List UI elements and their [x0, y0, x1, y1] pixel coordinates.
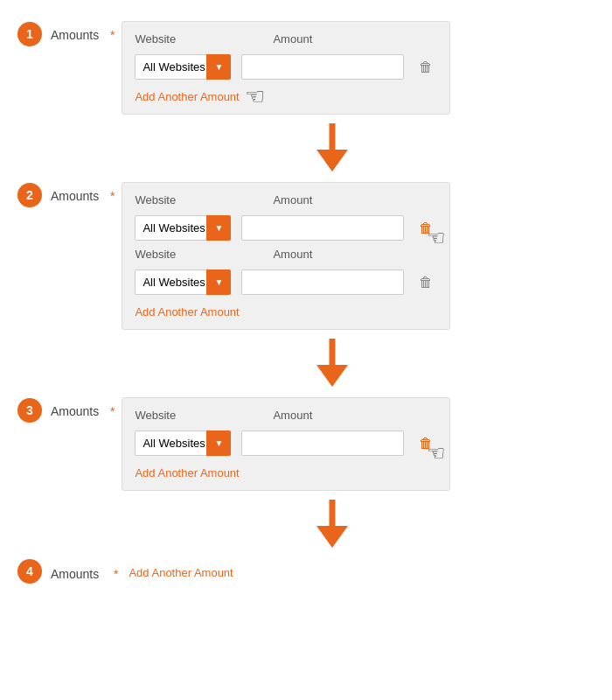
col-website-label-1: Website [135, 32, 262, 46]
row-header-3: Website Amount [135, 409, 437, 425]
step-badge-2: 2 [17, 183, 42, 207]
add-another-link-4[interactable]: Add Another Amount [129, 566, 233, 579]
arrow-2-3 [17, 339, 595, 387]
website-select-2-0[interactable]: All Websites [135, 215, 231, 241]
amount-row-3-0: All Websites 🗑 ☜ [135, 430, 437, 456]
website-select-wrap-1-0: All Websites [135, 54, 231, 80]
amounts-label-3: Amounts [51, 404, 103, 418]
col-amount-label-2b: Amount [273, 248, 400, 261]
col-website-label-3: Website [135, 409, 262, 422]
step-badge-1: 1 [17, 22, 42, 46]
step-1-label-row: Amounts * Website Amount All Websites [51, 21, 450, 115]
required-star-1: * [110, 28, 115, 42]
col-website-label-2b: Website [135, 248, 262, 261]
trash-icon-2-1: 🗑 [419, 275, 433, 290]
cursor-icon-1: ☜ [245, 83, 265, 110]
step-4-inline: Amounts * Add Another Amount [51, 560, 233, 581]
amount-input-1-0[interactable] [241, 54, 404, 80]
website-select-wrap-2-0: All Websites [135, 215, 231, 241]
amounts-box-2: Website Amount All Websites � [122, 182, 450, 330]
delete-wrap-2-0: 🗑 ☜ [414, 217, 437, 240]
add-another-wrap-1: Add Another Amount ☜ [135, 87, 239, 103]
svg-marker-3 [316, 365, 348, 387]
trash-icon-1-0: 🗑 [419, 60, 433, 75]
step-1: 1 Amounts * Website Amount All Websites [17, 18, 595, 115]
website-select-wrap-2-1: All Websites [135, 270, 231, 295]
col-website-label-2: Website [135, 193, 262, 206]
arrow-3-4 [17, 500, 595, 548]
col-amount-label-3: Amount [273, 409, 400, 422]
amount-row-2-0: All Websites 🗑 ☜ [135, 215, 437, 241]
step-badge-4: 4 [17, 559, 42, 584]
col-amount-label-1: Amount [273, 32, 400, 46]
website-select-2-1[interactable]: All Websites [135, 270, 231, 295]
row-header-2: Website Amount [135, 193, 437, 210]
svg-marker-5 [316, 526, 348, 548]
amounts-box-1: Website Amount All Websites 🗑 [122, 21, 450, 115]
amount-row-1-0: All Websites 🗑 [135, 54, 437, 80]
required-star-4: * [114, 567, 118, 581]
amount-input-2-0[interactable] [241, 215, 404, 241]
website-select-1-0[interactable]: All Websites [135, 54, 231, 80]
required-star-3: * [110, 404, 115, 418]
cursor-icon-2-0: ☜ [427, 226, 446, 250]
website-select-3-0[interactable]: All Websites [135, 430, 231, 456]
delete-wrap-3-0: 🗑 ☜ [414, 432, 437, 455]
svg-marker-1 [316, 150, 348, 172]
row-header-1: Website Amount [135, 32, 437, 49]
add-another-link-1[interactable]: Add Another Amount [135, 90, 239, 103]
add-another-link-3[interactable]: Add Another Amount [135, 466, 239, 480]
step-4: 4 Amounts * Add Another Amount [17, 555, 595, 584]
delete-btn-1-0[interactable]: 🗑 [414, 56, 437, 79]
col-amount-label-2: Amount [273, 193, 400, 206]
step-3-label-row: Amounts * Website Amount All Websites [51, 397, 450, 491]
cursor-icon-3-0: ☜ [427, 441, 446, 466]
step-3: 3 Amounts * Website Amount All Websites [17, 394, 595, 491]
amounts-label-1: Amounts [51, 28, 103, 42]
step-badge-3: 3 [17, 398, 42, 423]
amount-input-3-0[interactable] [241, 430, 404, 456]
add-another-link-2[interactable]: Add Another Amount [135, 305, 239, 318]
amounts-label-2: Amounts [51, 189, 103, 203]
arrow-1-2 [17, 123, 595, 172]
website-select-wrap-3-0: All Websites [135, 430, 231, 456]
delete-btn-2-1[interactable]: 🗑 [414, 271, 437, 294]
amount-input-2-1[interactable] [241, 270, 404, 295]
row-header-2b: Website Amount [135, 248, 437, 264]
step-2: 2 Amounts * Website Amount All Websites [17, 178, 595, 330]
amount-row-2-1: All Websites 🗑 [135, 270, 437, 295]
amounts-label-4: Amounts [51, 567, 103, 581]
step-2-label-row: Amounts * Website Amount All Websites [51, 182, 450, 330]
required-star-2: * [110, 189, 115, 203]
amounts-box-3: Website Amount All Websites 🗑 [122, 397, 450, 491]
